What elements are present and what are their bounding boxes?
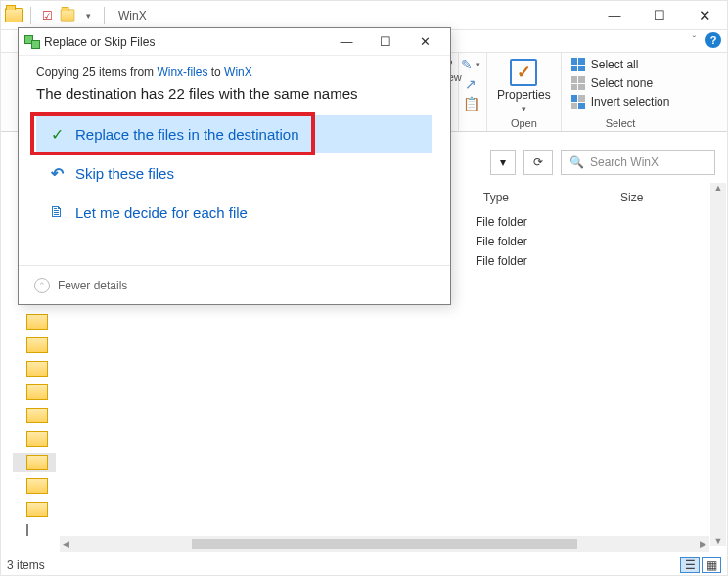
folder-icon[interactable] <box>26 431 48 447</box>
ribbon-group-misc: ✎▾ ↗ 📋 <box>459 53 487 131</box>
refresh-button[interactable]: ⟳ <box>523 150 553 175</box>
minimize-button[interactable]: — <box>592 1 637 30</box>
ribbon-group-open: ✓ Properties ▾ Open <box>487 53 562 131</box>
col-size[interactable]: Size <box>613 187 651 210</box>
thumbnails-view-button[interactable]: ▦ <box>702 557 721 573</box>
properties-check-icon: ✓ <box>510 59 537 86</box>
vertical-scrollbar[interactable]: ▲▼ <box>710 183 726 546</box>
select-none-button[interactable]: Select none <box>571 75 670 91</box>
col-type[interactable]: Type <box>476 187 613 210</box>
refresh-icon: ⟳ <box>533 155 543 169</box>
view-mode-buttons: ☰ ▦ <box>680 557 721 573</box>
item-count: 3 items <box>7 558 45 572</box>
quick-access-toolbar: ☑ ▾ <box>1 7 113 24</box>
qat-customize-dropdown[interactable]: ▾ <box>80 8 96 23</box>
separator <box>104 7 105 24</box>
folder-icon[interactable] <box>26 384 48 400</box>
dialog-title: Replace or Skip Files <box>44 35 155 49</box>
scroll-right-icon[interactable]: ▶ <box>700 539 706 549</box>
details-view-button[interactable]: ☰ <box>680 557 700 573</box>
folder-icon[interactable] <box>26 455 48 470</box>
folder-icon[interactable] <box>26 314 48 330</box>
dialog-footer: ⌃ Fewer details <box>19 265 450 304</box>
skip-label: Skip these files <box>75 165 174 182</box>
window-titlebar: ☑ ▾ WinX — ☐ ✕ <box>1 1 727 30</box>
folder-icon[interactable] <box>26 502 48 517</box>
help-icon[interactable]: ? <box>705 32 721 48</box>
edit-icon[interactable]: ✎ <box>461 57 473 72</box>
copying-mid: to <box>207 66 224 79</box>
list-item[interactable]: File folder <box>476 212 717 232</box>
window-controls: — ☐ ✕ <box>592 1 727 30</box>
select-all-button[interactable]: Select all <box>571 57 670 72</box>
ribbon-group-select: Select all Select none Invert selection … <box>562 53 680 131</box>
close-button[interactable]: ✕ <box>682 1 727 30</box>
horizontal-scrollbar[interactable]: ◀▶ <box>60 536 709 552</box>
maximize-button[interactable]: ☐ <box>637 1 682 30</box>
scroll-thumb[interactable] <box>192 539 578 549</box>
group-label-open: Open <box>511 117 537 129</box>
conflict-message: The destination has 22 files with the sa… <box>36 85 432 102</box>
skip-icon: ↶ <box>48 164 66 182</box>
folder-icon[interactable] <box>26 361 48 377</box>
decide-label: Let me decide for each file <box>75 204 248 221</box>
select-buttons: Select all Select none Invert selection <box>571 57 670 110</box>
folder-icon[interactable] <box>26 408 48 423</box>
select-none-label: Select none <box>591 76 653 90</box>
chevron-up-icon[interactable]: ⌃ <box>34 278 50 293</box>
list-item[interactable]: File folder <box>476 251 717 271</box>
search-input[interactable]: 🔍 Search WinX <box>561 150 715 175</box>
address-history-dropdown[interactable]: ▾ <box>490 150 516 175</box>
dialog-titlebar: Replace or Skip Files — ☐ ✕ <box>19 28 450 56</box>
folder-icon[interactable] <box>26 478 48 494</box>
properties-label: Properties <box>497 88 551 102</box>
invert-selection-label: Invert selection <box>591 95 670 109</box>
column-headers: Type Size <box>476 187 717 210</box>
group-label-select: Select <box>606 117 636 129</box>
drive-icon[interactable] <box>26 524 28 536</box>
copying-text: Copying 25 items from Winx-files to WinX <box>36 66 432 79</box>
separator <box>30 7 31 24</box>
scroll-down-icon[interactable]: ▼ <box>714 536 723 546</box>
list-item[interactable]: File folder <box>476 232 717 251</box>
select-all-label: Select all <box>591 58 639 71</box>
collapse-ribbon-icon[interactable]: ˇ <box>693 35 696 46</box>
qat-properties-icon[interactable]: ☑ <box>39 8 55 23</box>
misc-icons: ✎▾ ↗ 📋 <box>461 57 480 111</box>
properties-button[interactable]: ✓ Properties ▾ <box>497 59 551 113</box>
skip-option[interactable]: ↶ Skip these files <box>36 155 432 192</box>
select-all-icon <box>571 58 585 71</box>
copy-icon <box>24 35 40 49</box>
ribbon-help-row: ˇ ? <box>693 32 721 48</box>
invert-selection-button[interactable]: Invert selection <box>571 94 670 110</box>
file-list: File folder File folder File folder <box>476 212 717 271</box>
copying-pre: Copying 25 items from <box>36 66 157 79</box>
properties-dropdown-icon[interactable]: ▾ <box>522 104 526 113</box>
search-icon: 🔍 <box>569 155 584 169</box>
qat-newfolder-icon[interactable] <box>61 10 74 22</box>
decide-option[interactable]: 🗎 Let me decide for each file <box>36 194 432 231</box>
replace-option[interactable]: ✓ Replace the files in the destination <box>36 115 432 153</box>
scroll-left-icon[interactable]: ◀ <box>63 539 69 549</box>
open-icon[interactable]: ↗ <box>465 76 477 92</box>
invert-selection-icon <box>571 95 585 109</box>
source-link[interactable]: Winx-files <box>157 66 207 79</box>
fewer-details-link[interactable]: Fewer details <box>58 279 127 292</box>
window-title: WinX <box>118 9 147 22</box>
history-icon[interactable]: 📋 <box>463 96 479 111</box>
folder-icon <box>5 8 23 22</box>
status-bar: 3 items ☰ ▦ <box>1 554 727 575</box>
search-placeholder: Search WinX <box>590 155 659 169</box>
select-none-icon <box>571 76 585 90</box>
folder-icon[interactable] <box>26 337 48 353</box>
dialog-close-button[interactable]: ✕ <box>405 28 444 56</box>
replace-label: Replace the files in the destination <box>75 126 298 143</box>
compare-icon: 🗎 <box>48 203 66 221</box>
dialog-maximize-button[interactable]: ☐ <box>366 28 405 56</box>
scroll-up-icon[interactable]: ▲ <box>714 183 723 193</box>
dialog-window-controls: — ☐ ✕ <box>327 28 444 56</box>
chevron-down-icon: ▾ <box>500 155 506 169</box>
dialog-minimize-button[interactable]: — <box>327 28 366 56</box>
dest-link[interactable]: WinX <box>224 66 252 79</box>
nav-tree <box>26 306 56 536</box>
